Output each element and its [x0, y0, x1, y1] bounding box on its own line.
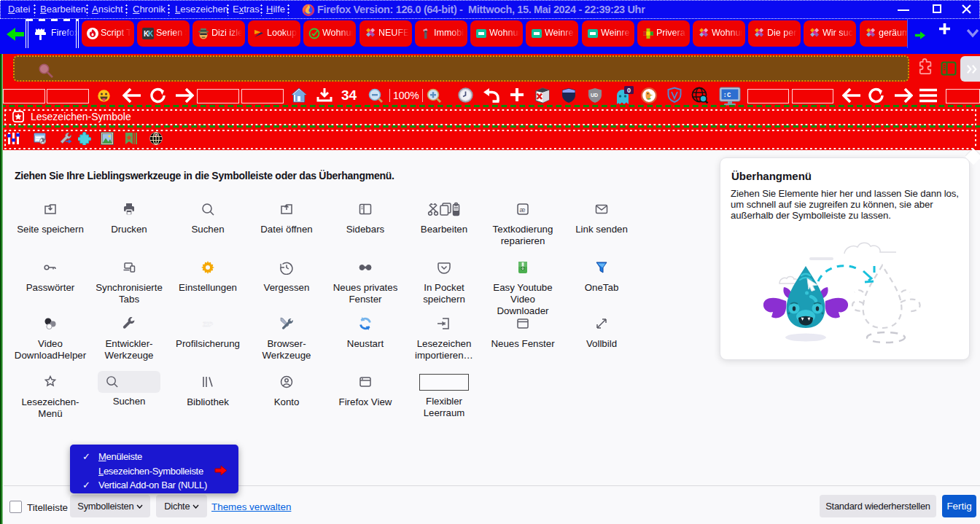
- svg-text:K: K: [148, 30, 154, 38]
- svg-text:ZIP: ZIP: [203, 321, 213, 328]
- svg-text:0: 0: [627, 87, 631, 94]
- svg-text:UD: UD: [591, 93, 598, 98]
- svg-text:æ: æ: [520, 206, 526, 214]
- svg-text::C: :C: [723, 92, 731, 99]
